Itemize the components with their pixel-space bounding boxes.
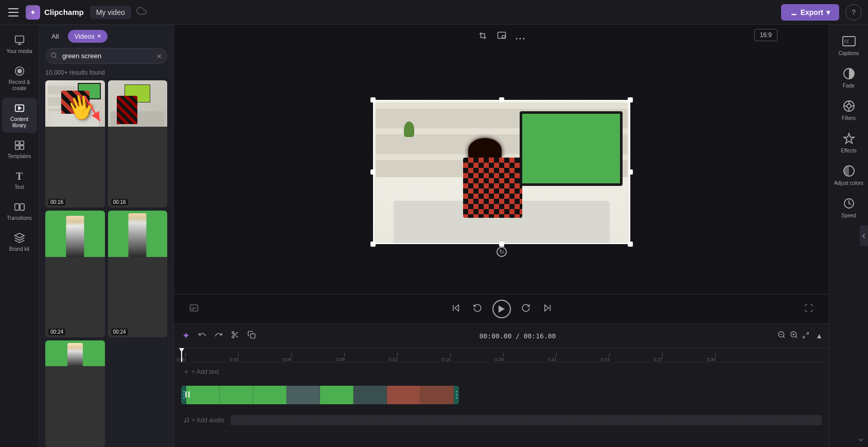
sidebar-item-your-media-label: Your media xyxy=(6,48,32,55)
forward-5s-button[interactable] xyxy=(519,301,533,317)
clip-right-handle[interactable] xyxy=(454,386,459,404)
skip-to-start-button[interactable] xyxy=(449,301,463,317)
captions-icon: CC xyxy=(842,34,856,48)
copy-clip-button[interactable] xyxy=(245,329,258,343)
media-thumbnail-3[interactable]: 00:24 xyxy=(45,211,105,338)
video-toolbar: 16:9 xyxy=(174,25,829,49)
zoom-out-button[interactable] xyxy=(777,331,786,341)
media-thumbnail-5[interactable] xyxy=(45,340,105,447)
timeline-playhead[interactable] xyxy=(181,348,182,362)
fade-icon xyxy=(842,66,856,81)
help-button[interactable]: ? xyxy=(845,4,862,21)
fade-label: Fade xyxy=(843,83,855,89)
clip-pause-icon xyxy=(185,391,190,399)
svg-rect-7 xyxy=(20,146,23,149)
clip-frame-6 xyxy=(353,386,387,404)
resize-handle-br[interactable] xyxy=(628,242,633,247)
add-audio-button[interactable]: + Add audio xyxy=(181,415,226,426)
fullscreen-button[interactable] xyxy=(802,301,816,317)
logo-text: Clipchamp xyxy=(44,8,84,16)
pip-tool-button[interactable] xyxy=(494,29,509,45)
clip-frame-3 xyxy=(253,386,287,404)
adjust-colors-tool[interactable]: Adjust colors xyxy=(831,160,866,190)
captions-tool[interactable]: CC Captions xyxy=(831,30,866,60)
svg-rect-13 xyxy=(502,36,505,38)
sidebar-item-your-media[interactable]: Your media xyxy=(2,30,37,59)
svg-point-14 xyxy=(516,38,517,40)
logo-icon: ✦ xyxy=(26,5,40,20)
video-content xyxy=(373,100,630,244)
brand-kit-icon xyxy=(13,232,26,244)
more-options-button[interactable] xyxy=(513,30,527,44)
subtitle-toggle-button[interactable] xyxy=(187,301,201,317)
sidebar-item-templates[interactable]: Templates xyxy=(2,135,37,164)
skip-to-end-button[interactable] xyxy=(541,301,554,317)
sidebar-item-brand-kit-label: Brand kit xyxy=(9,246,29,252)
add-text-button[interactable]: + Add text xyxy=(181,366,221,377)
svg-point-1 xyxy=(17,69,21,73)
search-input[interactable] xyxy=(45,48,167,64)
speed-tool[interactable]: Speed xyxy=(831,192,866,222)
clip-frame-7 xyxy=(387,386,420,404)
svg-rect-9 xyxy=(20,204,24,211)
timeline-expand-button[interactable] xyxy=(802,332,809,340)
resize-handle-ml[interactable] xyxy=(370,169,376,175)
rewind-5s-button[interactable] xyxy=(471,301,484,317)
media-thumbnail-2[interactable]: 00:16 xyxy=(108,80,168,208)
sidebar-item-text-label: Text xyxy=(14,184,24,191)
play-button[interactable] xyxy=(492,300,511,318)
media-thumbnail-1[interactable]: 🖐 00:16 xyxy=(45,80,105,208)
speed-icon xyxy=(842,196,856,211)
menu-button[interactable] xyxy=(6,4,23,21)
undo-button[interactable] xyxy=(196,329,208,343)
media-thumbnail-4[interactable]: 00:24 xyxy=(108,211,168,338)
thumbnail-2-duration: 00:16 xyxy=(111,199,128,205)
video-playback-controls xyxy=(174,294,829,323)
right-panel-more[interactable] xyxy=(856,435,866,445)
sidebar: Your media Record & create Content libra… xyxy=(0,25,39,447)
sidebar-item-brand-kit[interactable]: Brand kit xyxy=(2,228,37,256)
resize-handle-bm[interactable] xyxy=(499,242,504,247)
sidebar-item-templates-label: Templates xyxy=(8,153,31,160)
content-library-icon xyxy=(13,102,26,114)
ruler-marker: 0:03 xyxy=(234,353,243,362)
svg-rect-28 xyxy=(188,391,190,398)
resize-handle-tr[interactable] xyxy=(628,97,633,102)
resize-handle-bl[interactable] xyxy=(370,242,376,247)
ruler-marker: 0:12 xyxy=(393,353,402,362)
media-panel: All Videos ✕ ✕ 10,000+ results found xyxy=(39,25,174,447)
right-panel-collapse[interactable] xyxy=(860,226,868,246)
tab-videos-close[interactable]: ✕ xyxy=(97,33,101,40)
timeline-collapse-button[interactable]: ▲ xyxy=(816,332,823,340)
sidebar-item-record-create[interactable]: Record & create xyxy=(2,61,37,96)
results-count: 10,000+ results found xyxy=(39,67,173,80)
timeline-toolbar: ✦ 00:00.00 / 00:16.00 xyxy=(174,324,829,348)
sidebar-item-text[interactable]: T Text xyxy=(2,166,37,195)
effects-tool[interactable]: Effects xyxy=(831,127,866,158)
zoom-in-button[interactable] xyxy=(790,331,798,341)
resize-handle-tl[interactable] xyxy=(370,97,376,102)
export-button[interactable]: Export ▾ xyxy=(781,4,839,21)
fade-tool[interactable]: Fade xyxy=(831,62,866,93)
cut-button[interactable] xyxy=(229,329,241,343)
ruler-marker: 0:24 xyxy=(605,353,614,362)
project-name[interactable]: My video xyxy=(90,6,131,19)
sidebar-item-content-library[interactable]: Content library xyxy=(2,98,37,133)
search-clear-icon[interactable]: ✕ xyxy=(156,52,162,60)
resize-handle-tm[interactable] xyxy=(499,97,504,102)
resize-handle-mr[interactable] xyxy=(628,169,633,175)
video-frame[interactable]: ↻ xyxy=(373,100,630,244)
crop-tool-button[interactable] xyxy=(476,29,490,45)
magic-tool-button[interactable]: ✦ xyxy=(180,328,192,343)
filters-tool[interactable]: Filters xyxy=(831,95,866,125)
video-clip[interactable] xyxy=(181,386,459,404)
sidebar-item-transitions[interactable]: Transitions xyxy=(2,197,37,226)
audio-track: + Add audio xyxy=(174,409,829,432)
svg-rect-27 xyxy=(185,391,187,398)
aspect-ratio-button[interactable]: 16:9 xyxy=(754,29,777,41)
redo-button[interactable] xyxy=(212,329,225,343)
tab-videos[interactable]: Videos ✕ xyxy=(68,30,108,43)
ruler-marker: 0:30 xyxy=(711,353,720,362)
rotate-handle[interactable]: ↻ xyxy=(497,247,507,257)
tab-all[interactable]: All xyxy=(45,30,65,43)
